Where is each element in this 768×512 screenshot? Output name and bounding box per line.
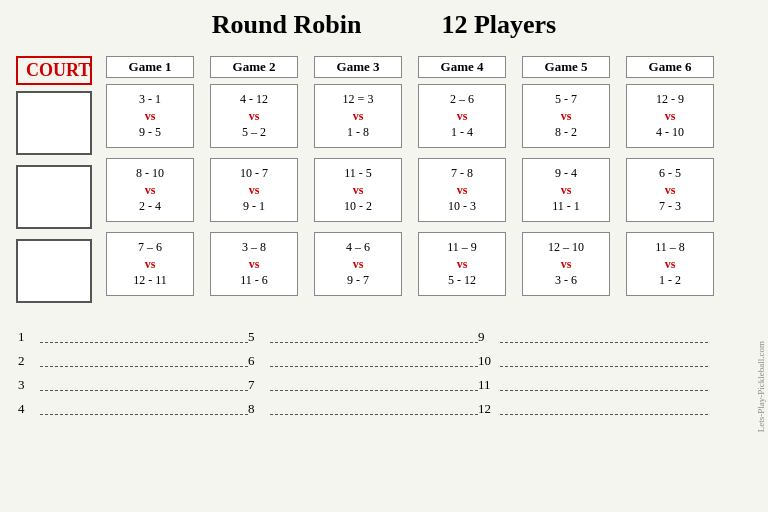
match-top: 10 - 7 bbox=[240, 165, 268, 182]
player-number: 11 bbox=[478, 377, 500, 393]
player-group-1: 1234 bbox=[18, 323, 248, 417]
match-top: 11 - 5 bbox=[344, 165, 372, 182]
match-top: 12 – 10 bbox=[548, 239, 584, 256]
game-label-3: Game 3 bbox=[314, 56, 402, 78]
player-dash-line bbox=[40, 414, 248, 415]
player-dash-line bbox=[270, 366, 478, 367]
match-box-g5-m3: 12 – 10vs3 - 6 bbox=[522, 232, 610, 296]
match-top: 4 – 6 bbox=[346, 239, 370, 256]
player-number: 12 bbox=[478, 401, 500, 417]
match-box-g3-m3: 4 – 6vs9 - 7 bbox=[314, 232, 402, 296]
match-vs: vs bbox=[457, 182, 468, 199]
player-dash-line bbox=[270, 342, 478, 343]
player-dash-line bbox=[40, 366, 248, 367]
game-label-6: Game 6 bbox=[626, 56, 714, 78]
player-line-7: 7 bbox=[248, 371, 478, 393]
match-bottom: 11 - 1 bbox=[552, 198, 580, 215]
match-box-g2-m2: 10 - 7vs9 - 1 bbox=[210, 158, 298, 222]
player-dash-line bbox=[500, 414, 708, 415]
game-label-2: Game 2 bbox=[210, 56, 298, 78]
match-vs: vs bbox=[561, 256, 572, 273]
match-box-g3-m2: 11 - 5vs10 - 2 bbox=[314, 158, 402, 222]
court-box-3 bbox=[16, 239, 92, 303]
match-vs: vs bbox=[249, 108, 260, 125]
match-bottom: 9 - 5 bbox=[139, 124, 161, 141]
match-bottom: 12 - 11 bbox=[133, 272, 167, 289]
player-number: 1 bbox=[18, 329, 40, 345]
match-box-g4-m2: 7 - 8vs10 - 3 bbox=[418, 158, 506, 222]
match-top: 5 - 7 bbox=[555, 91, 577, 108]
game-label-4: Game 4 bbox=[418, 56, 506, 78]
player-line-1: 1 bbox=[18, 323, 248, 345]
player-line-9: 9 bbox=[478, 323, 708, 345]
game-col-3: Game 312 = 3vs1 - 811 - 5vs10 - 24 – 6vs… bbox=[306, 56, 410, 306]
match-top: 12 - 9 bbox=[656, 91, 684, 108]
title-round-robin: Round Robin bbox=[212, 10, 362, 40]
player-line-11: 11 bbox=[478, 371, 708, 393]
game-col-5: Game 55 - 7vs8 - 29 - 4vs11 - 112 – 10vs… bbox=[514, 56, 618, 306]
match-bottom: 4 - 10 bbox=[656, 124, 684, 141]
player-number: 4 bbox=[18, 401, 40, 417]
match-top: 4 - 12 bbox=[240, 91, 268, 108]
match-vs: vs bbox=[665, 182, 676, 199]
main-grid: COURT Game 13 - 1vs9 - 58 - 10vs2 - 47 –… bbox=[10, 56, 758, 313]
match-bottom: 7 - 3 bbox=[659, 198, 681, 215]
court-column: COURT bbox=[10, 56, 98, 313]
player-dash-line bbox=[40, 342, 248, 343]
match-top: 11 – 9 bbox=[447, 239, 477, 256]
match-box-g2-m1: 4 - 12vs5 – 2 bbox=[210, 84, 298, 148]
match-vs: vs bbox=[249, 182, 260, 199]
match-vs: vs bbox=[665, 256, 676, 273]
player-line-5: 5 bbox=[248, 323, 478, 345]
match-top: 7 - 8 bbox=[451, 165, 473, 182]
court-box-2 bbox=[16, 165, 92, 229]
game-col-1: Game 13 - 1vs9 - 58 - 10vs2 - 47 – 6vs12… bbox=[98, 56, 202, 306]
player-group-3: 9101112 bbox=[478, 323, 708, 417]
header: Round Robin 12 Players bbox=[10, 10, 758, 40]
match-vs: vs bbox=[665, 108, 676, 125]
title-players: 12 Players bbox=[441, 10, 556, 40]
match-top: 6 - 5 bbox=[659, 165, 681, 182]
player-group-2: 5678 bbox=[248, 323, 478, 417]
match-bottom: 5 - 12 bbox=[448, 272, 476, 289]
match-vs: vs bbox=[457, 256, 468, 273]
player-line-6: 6 bbox=[248, 347, 478, 369]
player-number: 8 bbox=[248, 401, 270, 417]
court-label: COURT bbox=[16, 56, 92, 85]
match-box-g6-m2: 6 - 5vs7 - 3 bbox=[626, 158, 714, 222]
player-line-3: 3 bbox=[18, 371, 248, 393]
match-box-g5-m1: 5 - 7vs8 - 2 bbox=[522, 84, 610, 148]
player-dash-line bbox=[500, 342, 708, 343]
match-box-g2-m3: 3 – 8vs11 - 6 bbox=[210, 232, 298, 296]
game-col-2: Game 24 - 12vs5 – 210 - 7vs9 - 13 – 8vs1… bbox=[202, 56, 306, 306]
match-box-g6-m3: 11 – 8vs1 - 2 bbox=[626, 232, 714, 296]
match-vs: vs bbox=[561, 182, 572, 199]
match-vs: vs bbox=[353, 108, 364, 125]
match-vs: vs bbox=[353, 256, 364, 273]
player-dash-line bbox=[500, 390, 708, 391]
player-number: 5 bbox=[248, 329, 270, 345]
match-box-g1-m1: 3 - 1vs9 - 5 bbox=[106, 84, 194, 148]
match-bottom: 9 - 7 bbox=[347, 272, 369, 289]
player-dash-line bbox=[270, 390, 478, 391]
match-top: 7 – 6 bbox=[138, 239, 162, 256]
player-number: 7 bbox=[248, 377, 270, 393]
match-box-g1-m3: 7 – 6vs12 - 11 bbox=[106, 232, 194, 296]
match-top: 12 = 3 bbox=[343, 91, 374, 108]
game-col-4: Game 42 – 6vs1 - 47 - 8vs10 - 311 – 9vs5… bbox=[410, 56, 514, 306]
match-top: 3 – 8 bbox=[242, 239, 266, 256]
watermark: Lets-Play-Pickleball.com bbox=[756, 341, 766, 432]
player-line-12: 12 bbox=[478, 395, 708, 417]
player-line-2: 2 bbox=[18, 347, 248, 369]
player-number: 10 bbox=[478, 353, 500, 369]
match-bottom: 5 – 2 bbox=[242, 124, 266, 141]
match-bottom: 1 - 8 bbox=[347, 124, 369, 141]
match-vs: vs bbox=[145, 108, 156, 125]
player-line-8: 8 bbox=[248, 395, 478, 417]
player-number: 9 bbox=[478, 329, 500, 345]
match-box-g4-m1: 2 – 6vs1 - 4 bbox=[418, 84, 506, 148]
match-bottom: 2 - 4 bbox=[139, 198, 161, 215]
match-vs: vs bbox=[145, 182, 156, 199]
player-number: 3 bbox=[18, 377, 40, 393]
player-list: 1234 5678 9101112 bbox=[10, 323, 758, 417]
